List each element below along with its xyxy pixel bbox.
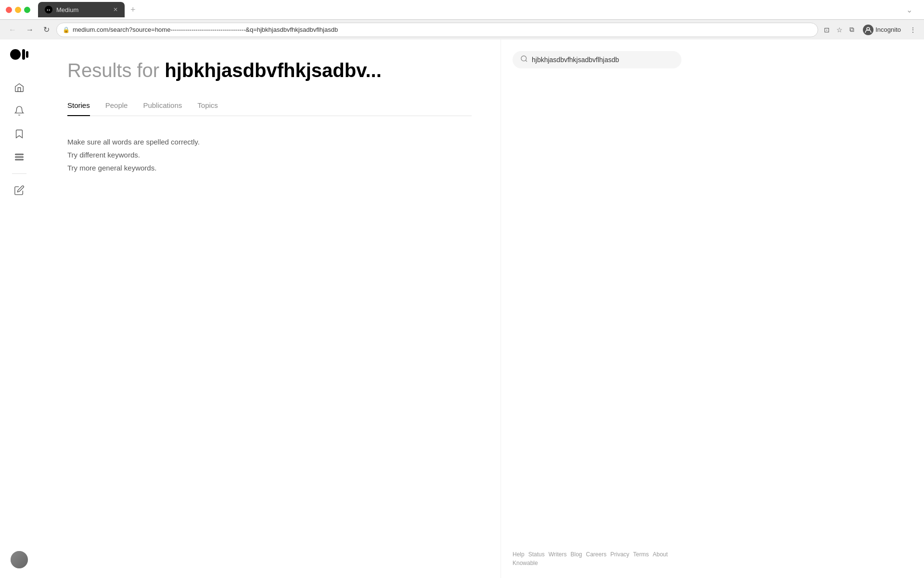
svg-point-1 (10, 49, 21, 60)
refresh-button[interactable]: ↻ (40, 23, 52, 36)
close-button[interactable] (6, 7, 12, 13)
medium-logo[interactable] (10, 49, 28, 62)
sidebar-item-home[interactable] (9, 77, 30, 98)
footer-link-about[interactable]: About (653, 551, 667, 558)
browser-chrome: Medium ✕ + ⌄ ← → ↻ 🔒 medium.com/search?s… (0, 0, 924, 39)
footer-link-help[interactable]: Help (513, 551, 525, 558)
minimize-button[interactable] (15, 7, 21, 13)
sidebar-nav (9, 77, 30, 547)
results-heading: Results for hjbkhjasdbvfhkjsadbv... (67, 59, 472, 82)
page-body: Results for hjbkhjasdbvfhkjsadbv... Stor… (0, 39, 924, 578)
main-content: Results for hjbkhjasdbvfhkjsadbv... Stor… (38, 39, 500, 578)
toolbar-actions: ⊡ ☆ ⧉ Incognito ⋮ (822, 23, 918, 37)
svg-rect-3 (26, 51, 28, 58)
svg-rect-4 (15, 154, 24, 155)
no-results-line2: Try different keywords. (67, 148, 472, 161)
footer-link-blog[interactable]: Blog (571, 551, 582, 558)
sidebar-divider (12, 173, 26, 174)
svg-rect-2 (22, 49, 25, 60)
address-bar[interactable]: 🔒 medium.com/search?source=home---------… (56, 23, 818, 37)
back-button[interactable]: ← (6, 24, 19, 36)
svg-rect-6 (15, 159, 24, 160)
maximize-button[interactable] (24, 7, 30, 13)
svg-line-8 (526, 60, 527, 62)
footer-link-terms[interactable]: Terms (633, 551, 649, 558)
right-footer: Help Status Writers Blog Careers Privacy… (513, 541, 681, 566)
svg-rect-5 (15, 157, 24, 158)
split-view-icon[interactable]: ⧉ (847, 24, 856, 36)
tab-close-button[interactable]: ✕ (113, 6, 118, 13)
right-sidebar: Help Status Writers Blog Careers Privacy… (500, 39, 693, 578)
browser-titlebar: Medium ✕ + ⌄ (0, 0, 924, 19)
tab-publications[interactable]: Publications (143, 101, 182, 116)
footer-link-privacy[interactable]: Privacy (610, 551, 629, 558)
security-lock-icon: 🔒 (63, 26, 70, 33)
footer-link-knowable[interactable]: Knowable (513, 560, 538, 566)
browser-toolbar: ← → ↻ 🔒 medium.com/search?source=home---… (0, 19, 924, 39)
cast-icon[interactable]: ⊡ (822, 24, 832, 36)
sidebar-item-lists[interactable] (9, 146, 30, 168)
tab-bar: Medium ✕ + (38, 2, 140, 17)
sidebar-item-notifications[interactable] (9, 100, 30, 121)
tab-people[interactable]: People (105, 101, 128, 116)
no-results-line3: Try more general keywords. (67, 161, 472, 174)
more-options-icon[interactable]: ⋮ (908, 24, 918, 36)
tab-topics[interactable]: Topics (197, 101, 218, 116)
no-results-line1: Make sure all words are spelled correctl… (67, 135, 472, 148)
left-sidebar (0, 39, 38, 578)
user-avatar[interactable] (11, 551, 28, 568)
footer-link-careers[interactable]: Careers (586, 551, 607, 558)
bookmark-star-icon[interactable]: ☆ (834, 24, 845, 36)
search-input[interactable] (532, 56, 674, 64)
search-box[interactable] (513, 51, 681, 68)
svg-point-7 (521, 56, 526, 61)
footer-link-status[interactable]: Status (528, 551, 545, 558)
tabs-menu-button[interactable]: ⌄ (906, 5, 918, 14)
new-tab-button[interactable]: + (127, 3, 140, 17)
incognito-icon (863, 25, 873, 35)
incognito-label: Incognito (875, 26, 901, 33)
url-display: medium.com/search?source=home-----------… (73, 26, 812, 33)
sidebar-item-bookmarks[interactable] (9, 123, 30, 144)
search-icon (520, 55, 528, 65)
results-prefix: Results for (67, 60, 165, 81)
sidebar-item-write[interactable] (9, 180, 30, 201)
forward-button[interactable]: → (23, 24, 37, 36)
browser-tab[interactable]: Medium ✕ (38, 2, 125, 17)
results-query: hjbkhjasdbvfhkjsadbv... (165, 60, 381, 81)
search-tabs: Stories People Publications Topics (67, 101, 472, 116)
footer-link-writers[interactable]: Writers (549, 551, 567, 558)
tab-title: Medium (56, 6, 78, 13)
tab-stories[interactable]: Stories (67, 101, 90, 116)
incognito-button[interactable]: Incognito (859, 23, 905, 37)
traffic-lights (6, 7, 30, 13)
footer-links: Help Status Writers Blog Careers Privacy… (513, 551, 681, 566)
tab-favicon (45, 6, 52, 13)
no-results-section: Make sure all words are spelled correctl… (67, 135, 472, 174)
sidebar-bottom (11, 551, 28, 568)
